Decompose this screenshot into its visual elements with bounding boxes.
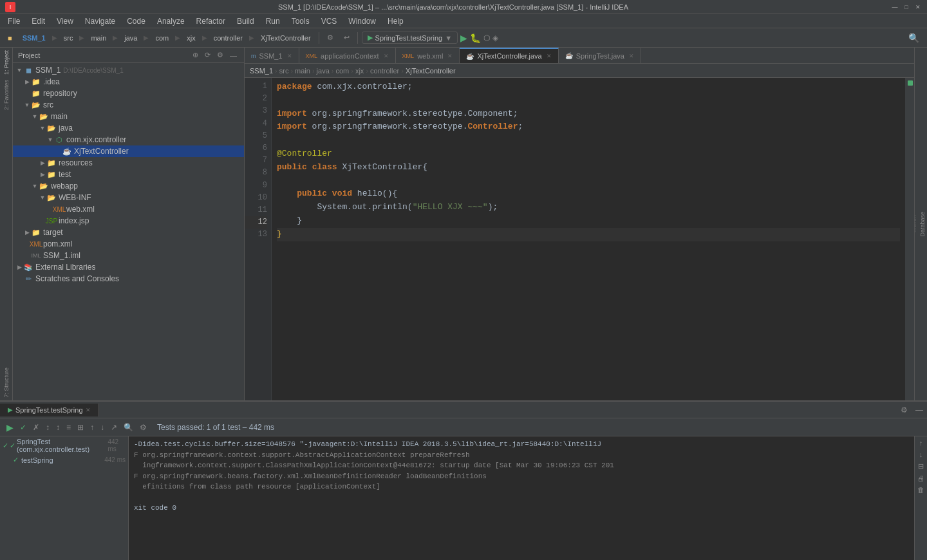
tab-appcontext[interactable]: XML applicationContext ✕: [299, 48, 396, 63]
bc-java[interactable]: java: [317, 67, 330, 75]
run-filter-btn[interactable]: ⊞: [76, 422, 85, 433]
tree-item-ext-libs[interactable]: ▶ 📚 External Libraries: [13, 261, 244, 273]
tree-item-scratches[interactable]: ▶ ✏ Scratches and Consoles: [13, 273, 244, 285]
toolbar-controller[interactable]: controller: [210, 33, 247, 43]
tree-item-xjtextcontroller[interactable]: ▶ ☕ XjTextController: [13, 145, 244, 157]
tab-appcontext-close[interactable]: ✕: [384, 53, 389, 59]
tree-item-ssm1[interactable]: ▼ ◼ SSM_1 D:\IDEAcode\SSM_1: [13, 64, 244, 76]
tree-item-resources[interactable]: ▶ 📁 resources: [13, 157, 244, 169]
run-extra-btn[interactable]: ⚙: [138, 422, 148, 433]
tab-springtest-close[interactable]: ✕: [629, 53, 634, 59]
tab-webxml-close[interactable]: ✕: [447, 53, 453, 59]
tab-ssm1[interactable]: m SSM_1 ✕: [245, 48, 299, 63]
toolbar-src[interactable]: src: [60, 33, 77, 43]
tree-item-webinf[interactable]: ▼ 📂 WEB-INF: [13, 192, 244, 203]
coverage-button[interactable]: ⬡: [483, 33, 490, 42]
menu-build[interactable]: Build: [232, 15, 259, 27]
minimize-btn[interactable]: —: [891, 3, 899, 11]
menu-window[interactable]: Window: [343, 15, 381, 27]
toolbar-xjx[interactable]: xjx: [183, 33, 199, 43]
left-tab-project[interactable]: 1: Project: [2, 48, 11, 77]
run-right-cols[interactable]: ⊟: [918, 462, 924, 471]
project-hide-btn[interactable]: —: [228, 51, 239, 60]
bc-ssm1[interactable]: SSM_1: [250, 67, 273, 75]
bc-xjx[interactable]: xjx: [355, 67, 364, 75]
tab-xjtextcontroller[interactable]: ☕ XjTextController.java ✕: [460, 48, 558, 63]
run-export-btn[interactable]: ↗: [109, 422, 118, 433]
right-tab-maven[interactable]: Maven: [914, 210, 918, 238]
run-right-down[interactable]: ↓: [919, 451, 923, 458]
toolbar-icon-gear[interactable]: ⚙: [323, 32, 337, 43]
profile-button[interactable]: ◈: [492, 33, 498, 42]
run-check-btn[interactable]: ✓: [19, 422, 28, 433]
run-tab-run[interactable]: ▶ SpringTest.testSpring ✕: [0, 404, 99, 416]
tree-item-main[interactable]: ▼ 📂 main: [13, 111, 244, 122]
tree-item-package[interactable]: ▼ ⬡ com.xjx.controller: [13, 134, 244, 145]
menu-tools[interactable]: Tools: [286, 15, 315, 27]
code-content[interactable]: package com.xjx.controller; import org.s…: [272, 78, 905, 400]
bc-com[interactable]: com: [335, 67, 349, 75]
menu-vcs[interactable]: VCS: [316, 15, 342, 27]
tab-webxml[interactable]: XML web.xml ✕: [396, 48, 460, 63]
tab-xjtextcontroller-close[interactable]: ✕: [547, 53, 552, 59]
menu-edit[interactable]: Edit: [26, 15, 50, 27]
run-tree-springtest[interactable]: ✓ ✓ SpringTest (com.xjx.controller.test)…: [0, 436, 128, 454]
run-panel-minimize[interactable]: —: [912, 406, 927, 415]
bc-src[interactable]: src: [279, 67, 289, 75]
run-search-btn[interactable]: 🔍: [122, 422, 135, 433]
run-x-btn[interactable]: ✗: [32, 422, 41, 433]
tree-item-repository[interactable]: ▶ 📁 repository: [13, 88, 244, 99]
search-everywhere-btn[interactable]: 🔍: [904, 32, 923, 44]
tree-item-indexjsp[interactable]: ▶ JSP index.jsp: [13, 215, 244, 227]
project-sync-btn[interactable]: ⟳: [203, 50, 212, 60]
right-tab-database[interactable]: Database: [918, 207, 927, 242]
run-button[interactable]: ▶: [460, 33, 467, 43]
debug-button[interactable]: 🐛: [470, 33, 481, 43]
menu-file[interactable]: File: [3, 15, 25, 27]
toolbar-icon-back[interactable]: ↩: [340, 32, 353, 43]
menu-navigate[interactable]: Navigate: [80, 15, 120, 27]
maximize-btn[interactable]: □: [903, 3, 910, 11]
left-tab-structure[interactable]: 7: Structure: [2, 365, 11, 400]
toolbar-file[interactable]: XjTextController: [257, 33, 315, 43]
run-config-dropdown[interactable]: ▶ SpringTest.testSpring ▼: [362, 32, 458, 44]
bc-controller[interactable]: controller: [370, 67, 399, 75]
project-add-btn[interactable]: ⊕: [191, 50, 200, 60]
run-sort2-btn[interactable]: ↕: [55, 422, 61, 433]
run-list-btn[interactable]: ≡: [65, 422, 72, 433]
run-tab-close[interactable]: ✕: [86, 407, 91, 413]
toolbar-project-label[interactable]: SSM_1: [19, 33, 50, 43]
tree-item-pomxml[interactable]: ▶ XML pom.xml: [13, 238, 244, 250]
run-up-btn[interactable]: ↑: [89, 422, 95, 433]
menu-view[interactable]: View: [52, 15, 79, 27]
menu-help[interactable]: Help: [382, 15, 409, 27]
left-tab-favorites[interactable]: 2: Favorites: [2, 77, 11, 113]
tree-item-src[interactable]: ▼ 📂 src: [13, 99, 244, 111]
menu-run[interactable]: Run: [261, 15, 285, 27]
toolbar-com[interactable]: com: [151, 33, 173, 43]
run-tree-testspring[interactable]: ✓ testSpring 442 ms: [0, 454, 128, 465]
tab-ssm1-close[interactable]: ✕: [287, 53, 292, 59]
run-right-delete[interactable]: 🗑: [917, 486, 924, 494]
menu-code[interactable]: Code: [122, 15, 151, 27]
tab-springtest[interactable]: ☕ SpringTest.java ✕: [559, 48, 641, 63]
tree-item-test[interactable]: ▶ 📁 test: [13, 169, 244, 180]
tree-item-ssm1iml[interactable]: ▶ IML SSM_1.iml: [13, 250, 244, 261]
tree-item-webxml[interactable]: ▶ XML web.xml: [13, 203, 244, 215]
project-settings-btn[interactable]: ⚙: [215, 50, 225, 60]
toolbar-main[interactable]: main: [87, 33, 110, 43]
bc-file[interactable]: XjTextController: [406, 67, 456, 75]
tree-item-webapp[interactable]: ▼ 📂 webapp: [13, 180, 244, 192]
run-right-print[interactable]: 🖨: [917, 474, 924, 482]
run-output[interactable]: -Didea.test.cyclic.buffer.size=1048576 "…: [129, 436, 914, 560]
rerun-btn[interactable]: ▶: [5, 421, 15, 434]
run-right-up[interactable]: ↑: [919, 439, 923, 447]
tree-item-idea[interactable]: ▶ 📁 .idea: [13, 76, 244, 88]
run-sort1-btn[interactable]: ↕: [44, 422, 51, 433]
menu-analyze[interactable]: Analyze: [152, 15, 190, 27]
code-editor[interactable]: 1 2 3 4 5 6 7 8 9 10 11 12 13 package co…: [245, 78, 914, 400]
tree-item-target[interactable]: ▶ 📁 target: [13, 227, 244, 238]
menu-refactor[interactable]: Refactor: [191, 15, 230, 27]
toolbar-java[interactable]: java: [120, 33, 141, 43]
bc-main[interactable]: main: [295, 67, 310, 75]
